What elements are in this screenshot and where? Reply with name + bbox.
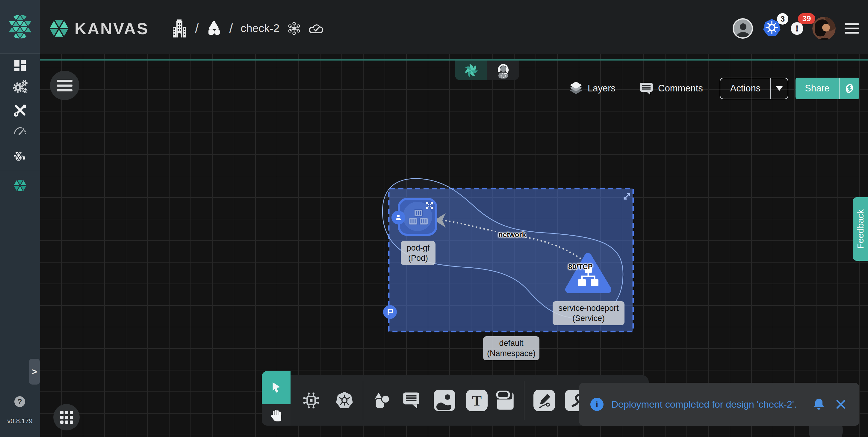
dock-frame-button[interactable]: [493, 388, 517, 412]
alert-icon: !: [791, 22, 803, 35]
design-graph-icon[interactable]: [287, 22, 301, 35]
copy-link-button[interactable]: [840, 82, 859, 94]
kubernetes-contexts[interactable]: 3: [762, 18, 782, 39]
share-label: Share: [796, 83, 839, 94]
performance-gauge-icon: [13, 125, 27, 136]
canvas-top-accent-line: [40, 59, 868, 61]
hamburger-icon: [845, 23, 859, 25]
dashboard-icon: [13, 59, 27, 72]
apps-grid-button[interactable]: [53, 404, 80, 430]
service-label[interactable]: service-nodeport (Service): [553, 301, 624, 325]
select-cursor-icon: [269, 381, 283, 395]
comment-tool-icon: [403, 392, 421, 409]
edge-relationship-label[interactable]: network: [498, 231, 526, 239]
share-button[interactable]: Share: [796, 78, 859, 99]
frame-icon: [496, 390, 514, 410]
environment-tab-toolbar: [455, 61, 519, 80]
namespace-badge-icon[interactable]: [383, 305, 397, 319]
canvas-menu-button[interactable]: [50, 71, 80, 100]
pod-name: pod-gf: [404, 243, 433, 253]
comments-button[interactable]: Comments: [640, 78, 703, 99]
pen-icon: [533, 390, 555, 411]
actions-label: Actions: [720, 83, 770, 94]
service-node[interactable]: [565, 252, 611, 297]
dock-pen-button[interactable]: [532, 388, 556, 412]
meshery-tab[interactable]: [455, 61, 487, 80]
kanvas-brand[interactable]: KANVAS: [49, 18, 149, 39]
kanvas-app: pod-gf (Pod) service-nodeport (Service) …: [0, 0, 868, 437]
info-icon: i: [590, 398, 603, 411]
profile-picture[interactable]: [812, 17, 836, 40]
help-button[interactable]: ?: [14, 396, 25, 407]
sidebar-item-layer5-cloud[interactable]: [0, 148, 40, 163]
pod-badge-icon[interactable]: [392, 211, 405, 225]
feedback-tab[interactable]: Feedback: [853, 197, 868, 261]
version-label: v0.8.179: [0, 417, 40, 425]
layer5-logo-box[interactable]: [0, 0, 40, 54]
menu-button[interactable]: [845, 23, 859, 34]
operator-tab[interactable]: [487, 61, 519, 80]
pan-tool[interactable]: [262, 404, 290, 426]
layer5-logo-icon: [8, 14, 32, 39]
edge-port-label[interactable]: 80/TCP: [568, 263, 592, 271]
comments-label: Comments: [658, 83, 703, 94]
expand-icon[interactable]: [426, 202, 433, 209]
support-headset-icon: [495, 62, 512, 79]
dock-components-button[interactable]: [299, 388, 323, 412]
meshery-pinwheel-icon: [463, 63, 479, 78]
dock-shapes-button[interactable]: [369, 388, 393, 412]
pod-node[interactable]: [398, 198, 437, 236]
select-tool[interactable]: [262, 371, 290, 404]
kubernetes-badge: 3: [777, 13, 788, 25]
text-icon: T: [472, 392, 482, 409]
sidebar-item-configuration[interactable]: [0, 103, 40, 117]
kanvas-logo-icon: [49, 18, 69, 39]
comments-icon: [640, 82, 653, 95]
layers-icon: [569, 81, 583, 96]
sidebar-item-kanvas[interactable]: [0, 179, 40, 193]
sidebar-expand-button[interactable]: >: [29, 359, 40, 384]
question-icon: ?: [18, 397, 22, 406]
workspace-shapes-icon[interactable]: [206, 21, 221, 36]
pan-hand-icon: [269, 408, 283, 422]
components-chip-icon: [302, 391, 320, 410]
close-icon[interactable]: [835, 399, 846, 410]
chevron-right-icon: >: [32, 367, 37, 377]
layers-label: Layers: [588, 83, 616, 94]
dock-kubernetes-button[interactable]: [333, 388, 356, 412]
settings-gears-icon: [12, 80, 28, 94]
toolkit-icon: [13, 103, 27, 117]
namespace-name: default: [486, 338, 536, 348]
namespace-kind: (Namespace): [486, 348, 536, 358]
dock-text-button[interactable]: T: [465, 388, 489, 412]
containers-icon: [407, 209, 430, 226]
breadcrumb-separator: /: [195, 21, 198, 36]
layer5-cloud-icon: [12, 148, 28, 163]
sidebar-divider: [0, 170, 40, 170]
sidebar-item-performance[interactable]: [0, 125, 40, 136]
avatar[interactable]: [733, 18, 753, 39]
notifications[interactable]: ! 39: [791, 22, 803, 35]
app-header: KANVAS /: [40, 0, 868, 54]
dock-image-button[interactable]: [433, 388, 457, 412]
namespace-label[interactable]: default (Namespace): [483, 336, 539, 360]
deployment-toast[interactable]: i Deployment completed for design 'check…: [579, 383, 859, 426]
actions-dropdown[interactable]: [771, 86, 788, 91]
layers-button[interactable]: Layers: [569, 78, 616, 99]
dock-pointer-tools: [262, 371, 290, 426]
link-icon: [843, 82, 856, 94]
sidebar-item-lifecycle[interactable]: [0, 80, 40, 94]
breadcrumb: / / check-2: [172, 19, 324, 38]
kanvas-icon: [13, 179, 27, 193]
sidebar-item-dashboard[interactable]: [0, 59, 40, 72]
pod-label[interactable]: pod-gf (Pod): [401, 241, 435, 265]
bell-icon[interactable]: [813, 398, 825, 411]
kubernetes-gray-icon: [335, 391, 354, 410]
design-name[interactable]: check-2: [241, 22, 279, 35]
dock-comment-button[interactable]: [400, 388, 424, 412]
toast-message: Deployment completed for design 'check-2…: [611, 399, 813, 410]
actions-button[interactable]: Actions: [720, 78, 788, 99]
notifications-badge: 39: [798, 13, 815, 24]
left-sidebar: > ? v0.8.179: [0, 0, 40, 437]
organization-icon[interactable]: [172, 19, 187, 38]
